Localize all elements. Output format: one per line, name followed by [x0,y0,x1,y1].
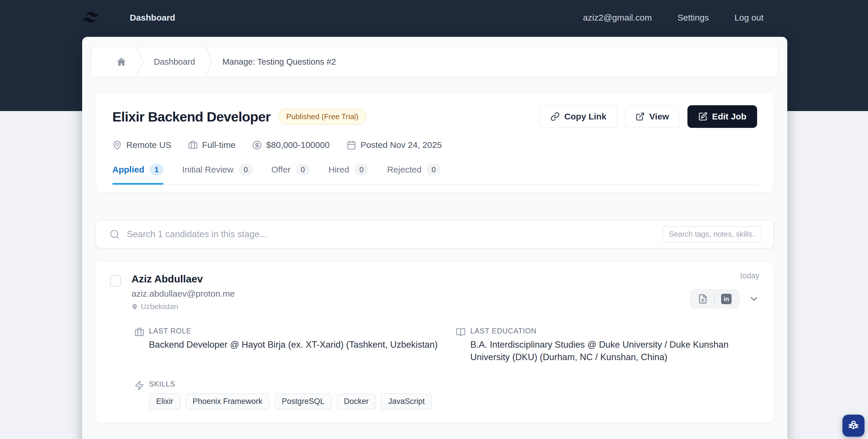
tab-hired[interactable]: Hired 0 [328,164,368,184]
external-link-icon [636,112,645,121]
job-location-label: Remote US [126,140,171,150]
job-employment-label: Full-time [202,140,236,150]
candidate-header: Aziz Abdullaev aziz.abdullaev@proton.me … [110,273,760,311]
tab-label: Offer [272,165,290,174]
skills-label: SKILLS [149,380,432,388]
candidate-card: Aziz Abdullaev aziz.abdullaev@proton.me … [96,261,774,423]
last-role-label: LAST ROLE [149,327,438,335]
expand-candidate-button[interactable] [748,294,760,304]
link-icon [550,112,560,121]
circle-dollar-icon [252,140,262,150]
breadcrumb: Dashboard Manage: Testing Questions #2 [91,46,778,77]
breadcrumb-item-current: Manage: Testing Questions #2 [222,57,336,67]
job-meta-row: Remote US Full-time $80,000-100000 Poste… [112,140,757,150]
skill-chip: JavaScript [381,394,432,409]
last-education-label: LAST EDUCATION [470,327,760,335]
breadcrumb-separator-icon [205,46,213,77]
edit-job-label: Edit Job [712,112,746,122]
nav-item-settings[interactable]: Settings [678,13,709,23]
book-open-icon [456,327,466,337]
user-email: aziz2@gmail.com [583,13,652,23]
home-icon[interactable] [116,57,127,67]
breadcrumb-item-dashboard[interactable]: Dashboard [154,57,195,67]
tab-label: Hired [328,165,349,174]
skills-section: SKILLS Elixir Phoenix Framework PostgreS… [134,380,760,409]
tab-count-badge: 1 [150,164,163,175]
candidate-info: Aziz Abdullaev aziz.abdullaev@proton.me … [131,273,235,311]
nav-item-logout[interactable]: Log out [735,13,764,23]
tab-label: Initial Review [182,165,234,174]
skill-chips: Elixir Phoenix Framework PostgreSQL Dock… [149,394,432,409]
candidate-location: Uzbekistan [131,302,235,311]
main-panel: Dashboard Manage: Testing Questions #2 E… [82,37,787,439]
last-role-section: LAST ROLE Backend Developer @ Hayot Birj… [134,327,444,364]
briefcase-icon [134,327,144,337]
tab-rejected[interactable]: Rejected 0 [387,164,441,184]
nav-item-dashboard[interactable]: Dashboard [130,13,175,23]
chevron-down-icon [748,294,760,304]
file-text-icon [698,294,708,304]
view-label: View [649,112,669,122]
candidate-checkbox[interactable] [110,275,121,286]
candidate-header-right: today in [690,271,760,309]
briefcase-icon [188,140,198,150]
linkedin-icon[interactable]: in [721,294,732,304]
skill-chip: Docker [337,394,376,409]
copy-link-label: Copy Link [564,112,607,122]
top-navbar: Dashboard aziz2@gmail.com Settings Log o… [0,0,868,35]
bug-icon [847,419,860,432]
candidate-quick-actions: in [690,289,760,309]
candidate-location-label: Uzbekistan [141,302,178,311]
candidate-email: aziz.abdullaev@proton.me [131,289,235,299]
attachment-pill: in [690,289,740,309]
job-actions: Copy Link View Edit Job [540,105,757,128]
search-icon [110,229,120,239]
job-card: Elixir Backend Developer Published (Free… [96,92,774,193]
skill-chip: PostgreSQL [275,394,332,409]
navbar-right: aziz2@gmail.com Settings Log out [583,13,764,23]
stage-tabs: Applied 1 Initial Review 0 Offer 0 Hired… [112,164,757,185]
job-status-badge: Published (Free Trial) [278,109,367,125]
tab-label: Applied [112,165,144,174]
tab-count-badge: 0 [296,164,310,175]
candidate-details: LAST ROLE Backend Developer @ Hayot Birj… [134,327,760,364]
job-header: Elixir Backend Developer Published (Free… [112,105,757,128]
last-education-section: LAST EDUCATION B.A. Interdisciplinary St… [456,327,760,364]
candidate-search-input[interactable] [127,229,662,239]
tab-offer[interactable]: Offer 0 [272,164,310,184]
applied-time: today [740,271,760,280]
candidate-name: Aziz Abdullaev [131,273,235,285]
tags-search-input[interactable] [662,226,762,242]
resume-button[interactable] [698,294,708,304]
tab-count-badge: 0 [239,164,253,175]
job-posted-date: Posted Nov 24, 2025 [347,140,442,150]
map-pin-icon [131,304,138,310]
debug-fab-button[interactable] [842,415,865,437]
pill-divider [714,294,715,304]
job-posted-label: Posted Nov 24, 2025 [361,140,442,150]
breadcrumb-separator-icon [136,46,144,77]
search-bar [96,220,774,248]
copy-link-button[interactable]: Copy Link [540,105,617,128]
job-location: Remote US [112,140,171,150]
job-employment-type: Full-time [188,140,236,150]
tab-count-badge: 0 [354,164,368,175]
calendar-icon [347,140,356,150]
tab-label: Rejected [387,165,421,174]
skill-chip: Elixir [149,394,181,409]
tab-applied[interactable]: Applied 1 [112,164,163,184]
map-pin-icon [112,140,122,150]
last-role-value: Backend Developer @ Hayot Birja (ex. XT-… [149,339,438,351]
last-education-value: B.A. Interdisciplinary Studies @ Duke Un… [470,339,760,364]
view-button[interactable]: View [625,105,680,128]
tab-count-badge: 0 [427,164,441,175]
tab-initial-review[interactable]: Initial Review 0 [182,164,253,184]
skill-chip: Phoenix Framework [186,394,270,409]
job-title: Elixir Backend Developer [112,109,271,125]
job-salary-label: $80,000-100000 [266,140,330,150]
square-pen-icon [698,112,708,121]
edit-job-button[interactable]: Edit Job [687,105,757,128]
brand-waves-logo[interactable] [82,11,101,24]
zap-icon [134,380,144,390]
job-salary: $80,000-100000 [252,140,330,150]
